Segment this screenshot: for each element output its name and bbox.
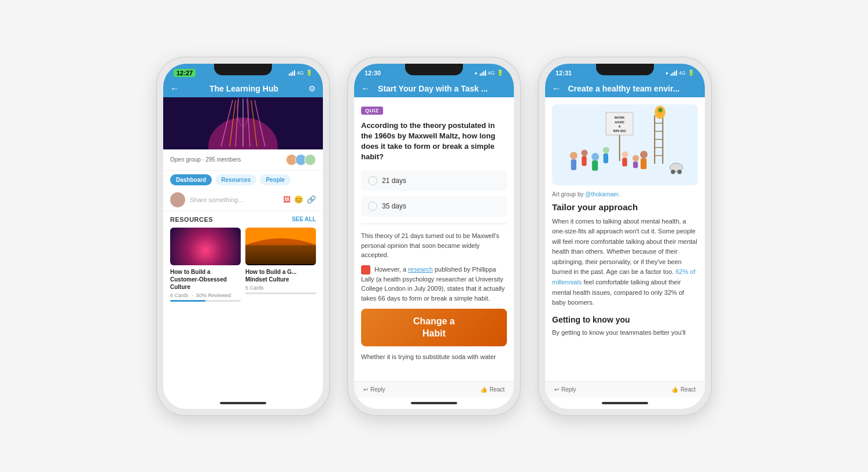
svg-rect-44 xyxy=(622,158,627,166)
app-header-3: ← Create a healthy team envir... xyxy=(545,80,705,97)
home-indicator-2 xyxy=(354,397,514,409)
settings-icon-1[interactable]: ⚙ xyxy=(308,84,316,93)
radio-2[interactable] xyxy=(368,202,377,211)
reply-action-2[interactable]: ↩ Reply xyxy=(363,386,385,393)
quiz-option-2[interactable]: 35 days xyxy=(361,196,507,217)
tab-dashboard[interactable]: Dashboard xyxy=(170,174,212,185)
notch-2 xyxy=(405,64,463,75)
react-action-3[interactable]: 👍 React xyxy=(671,386,696,393)
millennials-link[interactable]: 62% of millennials xyxy=(552,268,696,286)
screen-content-2: QUIZ According to the theory postulated … xyxy=(354,97,514,381)
article-body-2: By getting to know your teammates better… xyxy=(552,328,698,338)
signal-icon-2 xyxy=(480,70,486,76)
card-title-2: How to Build a G... Mindset Culture xyxy=(245,268,316,283)
tab-resources[interactable]: Resources xyxy=(215,174,256,185)
resource-card-2[interactable]: How to Build a G... Mindset Culture 5 Ca… xyxy=(245,228,316,302)
share-placeholder[interactable]: Share something... xyxy=(190,196,278,203)
art-author-link[interactable]: @thokamaer xyxy=(585,191,618,197)
svg-text:&: & xyxy=(619,125,621,128)
article-subheading: Getting to know you xyxy=(552,315,698,324)
location-icon-3: ▸ xyxy=(666,70,669,76)
network-1: 4G xyxy=(297,70,304,76)
home-indicator-1 xyxy=(163,397,323,409)
resources-header: RESOURCES SEE ALL xyxy=(170,216,316,223)
article-hero: WORK HARD & WIN BIG xyxy=(552,104,698,185)
phone-frame-1: 12:27 4G 🔋 ← The Lea xyxy=(156,57,330,416)
svg-rect-42 xyxy=(604,153,608,163)
back-button-2[interactable]: ← xyxy=(361,83,370,94)
tab-people[interactable]: People xyxy=(260,174,290,185)
svg-point-40 xyxy=(678,169,682,173)
header-title-2: Start Your Day with a Task ... xyxy=(370,84,495,93)
status-icons-3: ▸ 4G 🔋 xyxy=(666,69,694,76)
phone-frame-3: 12:31 ▸ 4G 🔋 ← xyxy=(538,57,712,416)
svg-text:🍍: 🍍 xyxy=(656,107,665,116)
card-meta-2: 5 Cards xyxy=(245,285,316,291)
reply-label-2: Reply xyxy=(370,386,385,393)
card-title-1: How to Build a Customer-Obsessed Culture xyxy=(170,268,241,291)
screen-content-3: WORK HARD & WIN BIG xyxy=(545,97,705,381)
reply-icon-2: ↩ xyxy=(363,386,368,393)
change-habit-banner: Change aHabit xyxy=(361,309,507,346)
resource-img-2 xyxy=(245,228,316,265)
header-title-3: Create a healthy team envir... xyxy=(561,84,686,93)
time-1: 12:27 xyxy=(174,69,196,77)
home-indicator-3 xyxy=(545,397,705,409)
phone-3: 12:31 ▸ 4G 🔋 ← xyxy=(538,57,712,416)
share-icons: 🖼 😊 🔗 xyxy=(283,195,316,204)
reply-label-3: Reply xyxy=(561,386,576,393)
quiz-question: According to the theory postulated in th… xyxy=(361,120,507,163)
quiz-option-1[interactable]: 21 days xyxy=(361,170,507,191)
svg-point-32 xyxy=(591,153,599,160)
research-link[interactable]: research xyxy=(408,266,433,273)
status-icons-1: 4G 🔋 xyxy=(289,69,312,76)
app-header-1: ← The Learning Hub ⚙ xyxy=(163,80,323,97)
home-bar-2 xyxy=(411,402,457,404)
phone-screen-1: 12:27 4G 🔋 ← The Lea xyxy=(163,64,323,409)
tab-bar-1: Dashboard Resources People xyxy=(163,171,323,189)
progress-bar-2 xyxy=(245,292,316,294)
radio-1[interactable] xyxy=(368,176,377,185)
art-caption: Art group by @thokamaer. xyxy=(552,191,698,197)
banner-text: Change aHabit xyxy=(413,316,455,340)
svg-rect-11 xyxy=(245,245,316,264)
react-action-2[interactable]: 👍 React xyxy=(480,386,505,393)
battery-icon-3: 🔋 xyxy=(687,69,694,76)
phone-screen-2: 12:30 ▸ 4G 🔋 ← xyxy=(354,64,514,409)
quiz-content: QUIZ According to the theory postulated … xyxy=(354,97,514,381)
location-icon: ▸ xyxy=(475,70,478,76)
header-title-1: The Learning Hub xyxy=(179,84,308,93)
react-icon-3: 👍 xyxy=(671,386,678,393)
card-img-svg xyxy=(245,228,316,265)
group-meta: Open group · 295 members xyxy=(170,156,241,163)
battery-icon-1: 🔋 xyxy=(306,69,312,76)
svg-point-43 xyxy=(621,151,628,158)
article-heading: Tailor your approach xyxy=(552,202,698,212)
network-3: 4G xyxy=(679,70,686,76)
see-all-button[interactable]: SEE ALL xyxy=(292,216,316,222)
svg-rect-37 xyxy=(641,158,646,169)
svg-text:WIN BIG: WIN BIG xyxy=(613,129,626,132)
react-label-2: React xyxy=(490,386,505,393)
reply-action-3[interactable]: ↩ Reply xyxy=(554,386,576,393)
research-text: However, a research published by Phillip… xyxy=(361,265,507,303)
card-meta-1: 6 Cards · 50% Reviewed xyxy=(170,292,241,298)
progress-bar-1 xyxy=(170,300,241,302)
time-3: 12:31 xyxy=(556,69,572,76)
phone-screen-3: 12:31 ▸ 4G 🔋 ← xyxy=(545,64,705,409)
phones-container: 12:27 4G 🔋 ← The Lea xyxy=(133,34,735,439)
svg-rect-35 xyxy=(633,161,638,167)
resource-card-1[interactable]: How to Build a Customer-Obsessed Culture… xyxy=(170,228,241,302)
bottom-bar-2: ↩ Reply 👍 React xyxy=(354,381,514,397)
emoji-icon[interactable]: 😊 xyxy=(294,195,303,204)
phone-1: 12:27 4G 🔋 ← The Lea xyxy=(156,57,330,416)
home-bar-1 xyxy=(220,402,266,404)
link-icon[interactable]: 🔗 xyxy=(307,195,316,204)
svg-point-36 xyxy=(640,151,648,158)
avatar-3 xyxy=(304,154,316,166)
back-button-3[interactable]: ← xyxy=(552,83,561,94)
back-button-1[interactable]: ← xyxy=(170,83,179,94)
image-icon[interactable]: 🖼 xyxy=(283,195,290,204)
hero-svg xyxy=(163,97,323,149)
svg-point-34 xyxy=(632,155,639,161)
